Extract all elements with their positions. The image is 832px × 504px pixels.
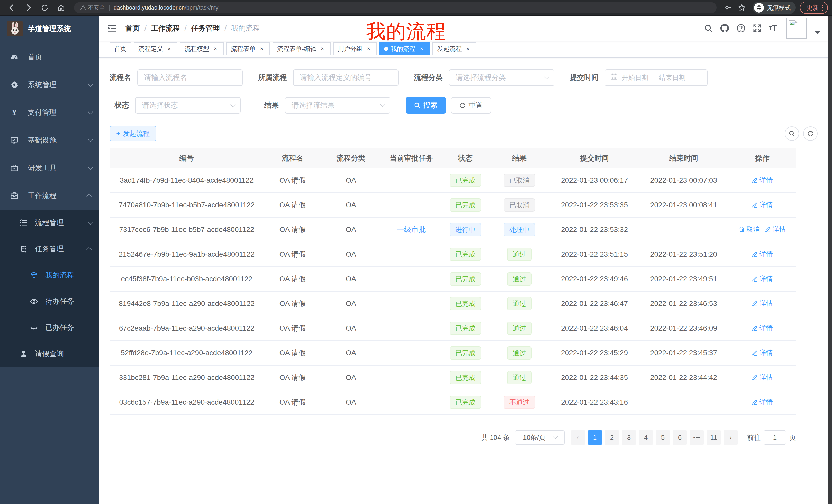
more-pages-button[interactable]: •••	[690, 430, 704, 445]
sidebar-item-sub-0[interactable]: 流程管理	[0, 209, 99, 236]
cell-submit-time: 2022-01-22 23:49:46	[550, 267, 639, 291]
close-icon[interactable]: ×	[212, 45, 219, 52]
user-avatar[interactable]	[786, 18, 807, 38]
tab-用户分组[interactable]: 用户分组×	[333, 42, 377, 55]
password-key-icon[interactable]	[722, 1, 735, 15]
tab-首页[interactable]: 首页	[109, 42, 131, 55]
cell-name: OA 请假	[264, 217, 321, 242]
logo-row[interactable]: 芋道管理系统	[0, 16, 99, 41]
close-icon[interactable]: ×	[365, 45, 372, 52]
cell-status: 已完成	[442, 365, 489, 390]
tab-流程定义[interactable]: 流程定义×	[134, 42, 177, 55]
page-size-select[interactable]: 10条/页	[515, 430, 565, 445]
cancel-link[interactable]: 取消	[739, 225, 760, 234]
page-button-5[interactable]: 5	[656, 430, 670, 445]
cell-result: 不通过	[489, 390, 550, 415]
cell-category: OA	[321, 168, 381, 193]
detail-link[interactable]: 详情	[752, 324, 773, 333]
sidebar-item-label: 待办任务	[45, 297, 92, 306]
browser-reload-icon[interactable]	[38, 1, 51, 15]
sidebar-item-0[interactable]: 首页	[0, 43, 99, 71]
cell-submit-time: 2022-01-22 23:53:35	[550, 193, 639, 217]
breadcrumb-item[interactable]: 工作流程	[151, 23, 180, 33]
search-button[interactable]: 搜索	[406, 97, 446, 114]
avatar-dropdown-caret-icon[interactable]	[815, 31, 820, 34]
cell-result: 通过	[489, 316, 550, 341]
browser-home-icon[interactable]	[54, 1, 68, 15]
submit-time-range-picker[interactable]: 开始日期 - 结束日期	[605, 69, 707, 86]
browser-back-icon[interactable]	[5, 1, 19, 15]
process-name-input[interactable]: 请输入流程名	[137, 69, 243, 86]
tab-流程模型[interactable]: 流程模型×	[180, 42, 224, 55]
sidebar-item-sub-2[interactable]: 我的流程	[0, 262, 99, 288]
sidebar-item-2[interactable]: ¥支付管理	[0, 99, 99, 127]
sidebar-item-sub-3[interactable]: 待办任务	[0, 288, 99, 314]
close-icon[interactable]: ×	[165, 45, 173, 52]
prev-page-button[interactable]: ‹	[571, 430, 585, 445]
detail-link[interactable]: 详情	[752, 200, 773, 209]
sidebar-item-1[interactable]: 系统管理	[0, 71, 99, 99]
browser-forward-icon[interactable]	[22, 1, 35, 15]
current-task-link[interactable]: 一级审批	[397, 226, 426, 233]
chevron-down-icon	[544, 74, 549, 79]
page-button-3[interactable]: 3	[622, 430, 636, 445]
result-select[interactable]: 请选择流结果	[285, 97, 390, 114]
browser-scrollbar[interactable]	[828, 16, 832, 504]
fullscreen-icon[interactable]	[753, 24, 761, 33]
header-search-icon[interactable]	[704, 24, 713, 33]
process-definition-input[interactable]: 请输入流程定义的编号	[293, 69, 398, 86]
status-select[interactable]: 请选择状态	[135, 97, 241, 114]
page-button-4[interactable]: 4	[639, 430, 653, 445]
category-select[interactable]: 请选择流程分类	[449, 69, 554, 86]
close-icon[interactable]: ×	[258, 45, 265, 52]
sidebar-item-3[interactable]: 基础设施	[0, 127, 99, 154]
goto-page-input[interactable]: 1	[763, 430, 786, 445]
start-process-button[interactable]: + 发起流程	[109, 126, 156, 141]
cell-category: OA	[321, 217, 381, 242]
browser-update-button[interactable]: 更新	[800, 2, 828, 14]
cell-status: 已完成	[442, 390, 489, 415]
breadcrumb-item[interactable]: 首页	[126, 23, 140, 33]
detail-link[interactable]: 详情	[752, 250, 773, 259]
cell-name: OA 请假	[264, 291, 321, 316]
font-size-icon[interactable]: TT	[769, 24, 777, 32]
sidebar-item-sub-4[interactable]: 已办任务	[0, 314, 99, 341]
close-icon[interactable]: ×	[319, 45, 326, 52]
page-button-6[interactable]: 6	[673, 430, 687, 445]
page-button-1[interactable]: 1	[588, 430, 602, 445]
sidebar-item-5[interactable]: 工作流程	[0, 182, 99, 209]
detail-link[interactable]: 详情	[752, 176, 773, 185]
close-icon[interactable]: ×	[464, 45, 471, 52]
cell-status: 已完成	[442, 267, 489, 291]
next-page-button[interactable]: ›	[724, 430, 738, 445]
detail-link[interactable]: 详情	[752, 274, 773, 283]
sidebar-collapse-icon[interactable]	[107, 23, 117, 33]
sidebar-item-sub-1[interactable]: 任务管理	[0, 236, 99, 262]
sidebar-item-sub-5[interactable]: 请假查询	[0, 341, 99, 367]
detail-link[interactable]: 详情	[752, 299, 773, 308]
browser-menu-kebab-icon[interactable]	[822, 5, 823, 11]
bookmark-star-icon[interactable]	[735, 1, 749, 15]
close-icon[interactable]: ×	[418, 45, 425, 52]
page-button-2[interactable]: 2	[605, 430, 619, 445]
refresh-table-button[interactable]	[803, 127, 817, 141]
page-button-11[interactable]: 11	[706, 430, 721, 445]
tab-我的流程[interactable]: 我的流程×	[380, 42, 430, 55]
tab-流程表单-编辑[interactable]: 流程表单-编辑×	[272, 42, 331, 55]
detail-link[interactable]: 详情	[752, 348, 773, 357]
address-divider	[109, 5, 109, 11]
github-icon[interactable]	[720, 24, 729, 33]
detail-link[interactable]: 详情	[765, 225, 786, 234]
tab-流程表单[interactable]: 流程表单×	[226, 42, 270, 55]
detail-link[interactable]: 详情	[752, 398, 773, 407]
help-icon[interactable]	[736, 24, 746, 33]
reset-button[interactable]: 重置	[451, 97, 491, 114]
incognito-badge[interactable]: 无痕模式	[753, 2, 796, 14]
detail-link[interactable]: 详情	[752, 373, 773, 382]
address-bar[interactable]: 不安全 dashboard.yudao.iocoder.cn/bpm/task/…	[74, 2, 717, 13]
not-secure-warning-icon[interactable]: 不安全	[80, 4, 105, 11]
sidebar-item-4[interactable]: 研发工具	[0, 154, 99, 182]
toggle-search-button[interactable]	[785, 127, 799, 141]
tab-发起流程[interactable]: 发起流程×	[433, 42, 476, 55]
breadcrumb-item[interactable]: 任务管理	[191, 23, 220, 33]
